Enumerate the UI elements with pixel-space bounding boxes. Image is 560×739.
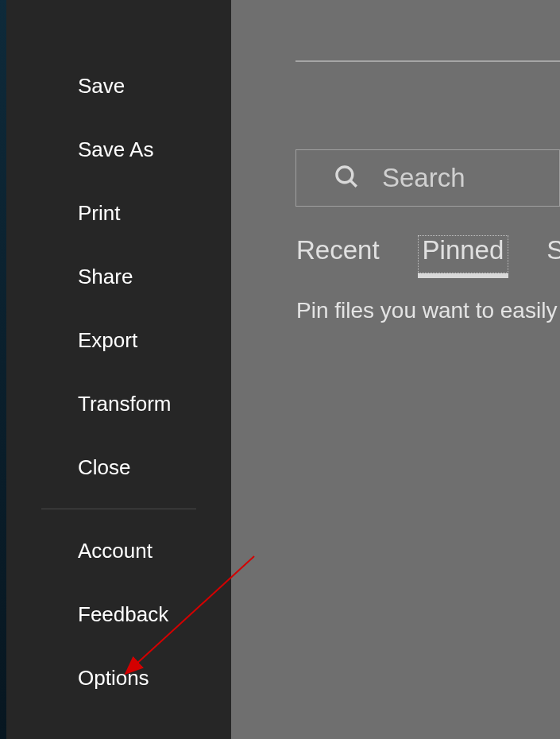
- tab-recent[interactable]: Recent: [296, 235, 380, 273]
- backstage-view: Save Save As Print Share Export Transfor…: [6, 0, 560, 739]
- tab-shared[interactable]: Shar: [546, 235, 560, 273]
- file-list-tabs: Recent Pinned Shar: [296, 235, 560, 273]
- backstage-content: Search Recent Pinned Shar Pin files you …: [231, 0, 560, 739]
- search-placeholder: Search: [382, 163, 465, 193]
- menu-item-options[interactable]: Options: [6, 646, 231, 710]
- menu-item-transform[interactable]: Transform: [6, 372, 231, 435]
- menu-item-export[interactable]: Export: [6, 308, 231, 372]
- sidebar-divider: [41, 509, 196, 509]
- search-input[interactable]: Search: [295, 149, 560, 207]
- section-divider: [295, 60, 560, 62]
- menu-item-share[interactable]: Share: [6, 245, 231, 308]
- svg-line-1: [350, 180, 357, 187]
- pinned-empty-hint: Pin files you want to easily find: [296, 298, 560, 323]
- menu-item-account[interactable]: Account: [6, 519, 231, 582]
- menu-item-print[interactable]: Print: [6, 181, 231, 245]
- tab-pinned[interactable]: Pinned: [418, 235, 509, 273]
- desktop-edge: [0, 0, 6, 739]
- menu-item-close[interactable]: Close: [6, 435, 231, 499]
- search-icon: [333, 163, 360, 193]
- svg-point-0: [337, 167, 353, 183]
- menu-item-save[interactable]: Save: [6, 54, 231, 118]
- backstage-sidebar: Save Save As Print Share Export Transfor…: [6, 0, 231, 739]
- menu-item-feedback[interactable]: Feedback: [6, 582, 231, 646]
- menu-item-save-as[interactable]: Save As: [6, 118, 231, 181]
